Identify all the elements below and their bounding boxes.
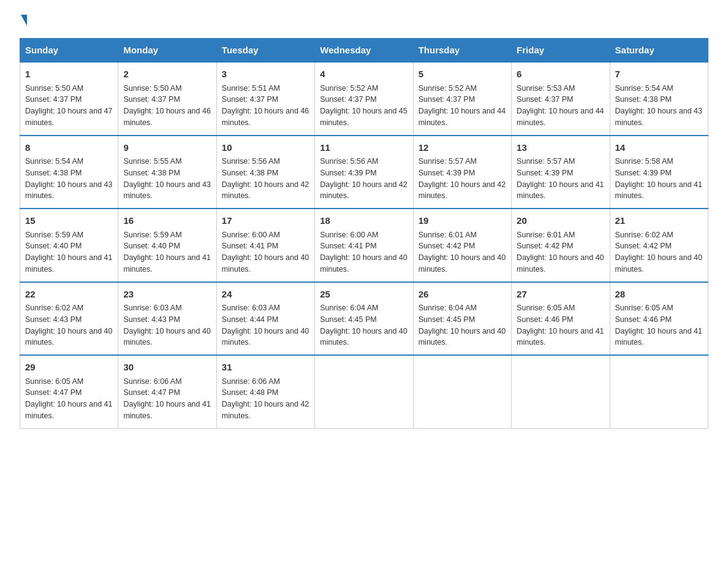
day-number: 9 [123,141,211,155]
day-number: 8 [25,141,113,155]
day-number: 19 [419,214,506,228]
calendar-cell: 20Sunrise: 6:01 AMSunset: 4:42 PMDayligh… [512,209,610,282]
day-info: Sunrise: 6:06 AMSunset: 4:47 PMDaylight:… [123,376,211,422]
calendar-cell: 14Sunrise: 5:58 AMSunset: 4:39 PMDayligh… [610,136,708,209]
day-number: 27 [517,288,604,302]
day-info: Sunrise: 5:52 AMSunset: 4:37 PMDaylight:… [320,83,408,129]
calendar-cell: 16Sunrise: 5:59 AMSunset: 4:40 PMDayligh… [118,209,216,282]
day-info: Sunrise: 5:57 AMSunset: 4:39 PMDaylight:… [419,156,506,202]
day-number: 23 [123,288,211,302]
day-number: 15 [25,214,113,228]
day-info: Sunrise: 6:00 AMSunset: 4:41 PMDaylight:… [320,229,408,275]
day-number: 1 [25,67,113,82]
calendar-cell: 25Sunrise: 6:04 AMSunset: 4:45 PMDayligh… [315,282,413,356]
day-info: Sunrise: 5:50 AMSunset: 4:37 PMDaylight:… [123,83,211,129]
day-info: Sunrise: 6:02 AMSunset: 4:42 PMDaylight:… [615,229,703,275]
day-info: Sunrise: 5:53 AMSunset: 4:37 PMDaylight:… [517,83,604,129]
day-info: Sunrise: 6:05 AMSunset: 4:46 PMDaylight:… [517,302,604,348]
calendar-cell: 3Sunrise: 5:51 AMSunset: 4:37 PMDaylight… [216,62,314,136]
calendar-cell: 17Sunrise: 6:00 AMSunset: 4:41 PMDayligh… [216,209,314,282]
day-number: 5 [419,67,506,82]
day-number: 20 [517,214,604,228]
calendar-cell [315,355,413,428]
calendar-cell: 9Sunrise: 5:55 AMSunset: 4:38 PMDaylight… [118,136,216,209]
day-number: 30 [123,361,211,375]
calendar-cell: 11Sunrise: 5:56 AMSunset: 4:39 PMDayligh… [315,136,413,209]
day-number: 25 [320,288,408,302]
calendar-cell: 24Sunrise: 6:03 AMSunset: 4:44 PMDayligh… [216,282,314,356]
day-info: Sunrise: 5:59 AMSunset: 4:40 PMDaylight:… [25,229,113,275]
calendar-week-2: 8Sunrise: 5:54 AMSunset: 4:38 PMDaylight… [20,136,708,209]
day-info: Sunrise: 6:02 AMSunset: 4:43 PMDaylight:… [25,302,113,348]
calendar-cell: 23Sunrise: 6:03 AMSunset: 4:43 PMDayligh… [118,282,216,356]
day-info: Sunrise: 6:06 AMSunset: 4:48 PMDaylight:… [222,376,309,422]
day-number: 4 [320,67,408,82]
logo [20,15,28,26]
calendar-cell: 27Sunrise: 6:05 AMSunset: 4:46 PMDayligh… [512,282,610,356]
day-number: 6 [517,67,604,82]
day-number: 18 [320,214,408,228]
day-number: 28 [615,288,703,302]
day-number: 26 [419,288,506,302]
day-info: Sunrise: 6:05 AMSunset: 4:47 PMDaylight:… [25,376,113,422]
day-number: 12 [419,141,506,155]
calendar-cell: 4Sunrise: 5:52 AMSunset: 4:37 PMDaylight… [315,62,413,136]
day-info: Sunrise: 6:04 AMSunset: 4:45 PMDaylight:… [419,302,506,348]
calendar-cell: 18Sunrise: 6:00 AMSunset: 4:41 PMDayligh… [315,209,413,282]
calendar-week-4: 22Sunrise: 6:02 AMSunset: 4:43 PMDayligh… [20,282,708,356]
day-number: 11 [320,141,408,155]
day-info: Sunrise: 5:54 AMSunset: 4:38 PMDaylight:… [25,156,113,202]
day-info: Sunrise: 5:56 AMSunset: 4:38 PMDaylight:… [222,156,309,202]
day-info: Sunrise: 6:04 AMSunset: 4:45 PMDaylight:… [320,302,408,348]
calendar-cell: 22Sunrise: 6:02 AMSunset: 4:43 PMDayligh… [20,282,118,356]
column-header-tuesday: Tuesday [216,39,314,63]
calendar-cell: 21Sunrise: 6:02 AMSunset: 4:42 PMDayligh… [610,209,708,282]
calendar-cell: 1Sunrise: 5:50 AMSunset: 4:37 PMDaylight… [20,62,118,136]
calendar-cell: 2Sunrise: 5:50 AMSunset: 4:37 PMDaylight… [118,62,216,136]
day-info: Sunrise: 6:00 AMSunset: 4:41 PMDaylight:… [222,229,309,275]
day-info: Sunrise: 5:58 AMSunset: 4:39 PMDaylight:… [615,156,703,202]
calendar-body: 1Sunrise: 5:50 AMSunset: 4:37 PMDaylight… [20,62,708,428]
calendar-cell: 26Sunrise: 6:04 AMSunset: 4:45 PMDayligh… [413,282,511,356]
calendar-cell: 13Sunrise: 5:57 AMSunset: 4:39 PMDayligh… [512,136,610,209]
day-number: 31 [222,361,309,375]
day-number: 17 [222,214,309,228]
column-header-friday: Friday [512,39,610,63]
day-number: 14 [615,141,703,155]
calendar-table: SundayMondayTuesdayWednesdayThursdayFrid… [20,38,708,429]
day-number: 21 [615,214,703,228]
day-info: Sunrise: 6:05 AMSunset: 4:46 PMDaylight:… [615,302,703,348]
day-info: Sunrise: 6:03 AMSunset: 4:43 PMDaylight:… [123,302,211,348]
calendar-cell [610,355,708,428]
day-number: 7 [615,67,703,82]
calendar-cell: 7Sunrise: 5:54 AMSunset: 4:38 PMDaylight… [610,62,708,136]
day-info: Sunrise: 5:57 AMSunset: 4:39 PMDaylight:… [517,156,604,202]
column-header-thursday: Thursday [413,39,511,63]
day-info: Sunrise: 5:55 AMSunset: 4:38 PMDaylight:… [123,156,211,202]
calendar-week-5: 29Sunrise: 6:05 AMSunset: 4:47 PMDayligh… [20,355,708,428]
calendar-cell: 30Sunrise: 6:06 AMSunset: 4:47 PMDayligh… [118,355,216,428]
header-row: SundayMondayTuesdayWednesdayThursdayFrid… [20,39,708,63]
calendar-cell: 8Sunrise: 5:54 AMSunset: 4:38 PMDaylight… [20,136,118,209]
day-info: Sunrise: 6:01 AMSunset: 4:42 PMDaylight:… [419,229,506,275]
column-header-wednesday: Wednesday [315,39,413,63]
day-info: Sunrise: 6:03 AMSunset: 4:44 PMDaylight:… [222,302,309,348]
calendar-week-3: 15Sunrise: 5:59 AMSunset: 4:40 PMDayligh… [20,209,708,282]
day-info: Sunrise: 5:50 AMSunset: 4:37 PMDaylight:… [25,83,113,129]
calendar-cell: 28Sunrise: 6:05 AMSunset: 4:46 PMDayligh… [610,282,708,356]
column-header-sunday: Sunday [20,39,118,63]
day-info: Sunrise: 5:54 AMSunset: 4:38 PMDaylight:… [615,83,703,129]
calendar-cell: 15Sunrise: 5:59 AMSunset: 4:40 PMDayligh… [20,209,118,282]
day-info: Sunrise: 5:56 AMSunset: 4:39 PMDaylight:… [320,156,408,202]
calendar-cell: 12Sunrise: 5:57 AMSunset: 4:39 PMDayligh… [413,136,511,209]
day-number: 29 [25,361,113,375]
calendar-cell: 19Sunrise: 6:01 AMSunset: 4:42 PMDayligh… [413,209,511,282]
column-header-saturday: Saturday [610,39,708,63]
calendar-cell [413,355,511,428]
day-number: 10 [222,141,309,155]
day-info: Sunrise: 6:01 AMSunset: 4:42 PMDaylight:… [517,229,604,275]
day-number: 2 [123,67,211,82]
column-header-monday: Monday [118,39,216,63]
day-number: 22 [25,288,113,302]
day-number: 24 [222,288,309,302]
